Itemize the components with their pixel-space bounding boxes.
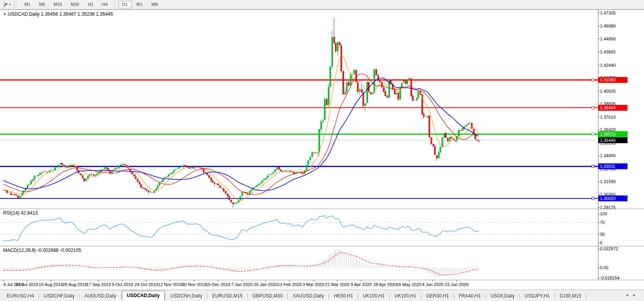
svg-text:12 Nov 2019: 12 Nov 2019 [158,282,182,287]
svg-text:4 Jun 2020: 4 Jun 2020 [422,282,443,287]
svg-text:21 Mar 2020: 21 Mar 2020 [325,282,350,287]
chart-canvas: 1.473051.460801.448901.436651.424401.412… [0,0,644,301]
tab-separator [247,294,248,299]
svg-text:5 Oct 2019: 5 Oct 2019 [112,282,133,287]
svg-text:29 Aug 2019: 29 Aug 2019 [63,282,87,287]
timeframe-button-M1[interactable]: M1 [20,1,34,8]
chart-tab-HK50,H1[interactable]: HK50,H1 [329,292,357,301]
symbol-tabs: EURUSD,H4USDCHF,DailyAUDUSD,DailyUSDCAD,… [2,291,587,301]
svg-text:1.44890: 1.44890 [600,37,616,41]
svg-text:30: 30 [600,232,605,237]
level-anchor-marker[interactable] [592,106,594,109]
svg-text:1.38464: 1.38464 [600,105,616,110]
svg-text:9 Apr 2020: 9 Apr 2020 [351,282,372,287]
rsi-panel: 10070300 [0,211,607,245]
chart-tab-XAUUSD,Daily[interactable]: XAUUSD,Daily [288,292,328,301]
symbol-tab-bar: EURUSD,H4USDCHF,DailyAUDUSD,DailyUSDCAD,… [0,290,644,301]
chart-tab-USDJPY,H1[interactable]: USDJPY,H1 [520,292,554,301]
chart-tab-AUDUSD,Daily[interactable]: AUDUSD,Daily [80,292,121,301]
chart-tab-USDCNH,Daily[interactable]: USDCNH,Daily [166,292,206,301]
svg-text:100: 100 [600,211,607,216]
timeframe-button-M5[interactable]: M5 [35,1,49,8]
chart-tab-EURUSD,M15[interactable]: EURUSD,M15 [208,292,247,301]
svg-text:0.032972: 0.032972 [600,246,618,251]
tab-separator [121,294,121,299]
horizontal-level-lines[interactable] [0,79,598,199]
svg-text:16 May 2020: 16 May 2020 [396,282,421,287]
tabs-scroll-right-icon[interactable]: ► [633,293,640,297]
level-anchor-marker[interactable] [592,197,594,200]
date-axis: 4 Jul 201923 Jul 201910 Aug 201929 Aug 2… [3,280,469,287]
chart-tab-USOil,Daily[interactable]: USOil,Daily [486,292,519,301]
tab-separator [586,294,586,299]
tab-separator [358,294,358,299]
tab-separator [207,294,207,299]
svg-text:1.42440: 1.42440 [600,63,616,68]
level-anchor-marker[interactable] [592,133,594,135]
svg-text:30 Nov 2019: 30 Nov 2019 [182,282,206,287]
svg-text:1.40025: 1.40025 [600,89,616,94]
chart-tab-GBPUSD,M30[interactable]: GBPUSD,M30 [248,292,287,301]
timeframe-button-MN[interactable]: MN [147,1,162,8]
tab-scroll-arrows: ◄► [625,293,640,297]
timeframe-button-H4[interactable]: H4 [98,1,111,8]
level-anchor-marker[interactable] [592,79,594,81]
cursor-tool-caret[interactable]: ▾ [9,3,11,6]
svg-text:23 Jun 2020: 23 Jun 2020 [445,282,469,287]
svg-text:1.30020: 1.30020 [600,196,616,201]
chart-tab-EURUSD,H4[interactable]: EURUSD,H4 [2,292,38,301]
svg-text:1.34005: 1.34005 [600,153,616,158]
svg-text:1.47305: 1.47305 [600,11,616,15]
application-window: 1.473051.460801.448901.436651.424401.412… [0,0,644,301]
tab-separator [486,294,486,299]
toolbar-drag-handle[interactable] [14,2,17,7]
chart-tab-UK100,H1[interactable]: UK100,H1 [390,292,420,301]
timeframe-buttons: M1M5M15M30H1H4D1W1MN [20,1,162,8]
svg-text:1.31590: 1.31590 [600,179,616,184]
level-anchor-marker[interactable] [592,165,594,167]
moving-averages [3,55,479,201]
svg-text:1.35445: 1.35445 [600,138,616,143]
timeframe-button-H1[interactable]: H1 [84,1,97,8]
chart-tab-GER30,H1[interactable]: GER30,H1 [422,292,453,301]
timeframe-button-D1[interactable]: D1 [118,1,132,8]
toolbar-separator [115,2,115,7]
tab-separator [287,294,288,299]
timeframe-button-M15[interactable]: M15 [50,1,66,8]
tab-separator [389,294,390,299]
chart-tab-USDCAD,Daily[interactable]: USDCAD,Daily [122,291,165,301]
cursor-tool-icon[interactable] [2,1,9,8]
svg-text:1.43665: 1.43665 [600,50,616,54]
tab-separator [39,294,39,299]
tab-separator [519,294,520,299]
timeframe-button-M30[interactable]: M30 [67,1,83,8]
svg-text:-0.018154: -0.018154 [600,275,620,280]
chart-title-caret[interactable]: ▼ [3,13,6,16]
svg-text:70: 70 [600,220,605,225]
tab-separator [421,294,421,299]
svg-text:1.33011: 1.33011 [600,164,615,169]
tab-separator [165,294,166,299]
tabs-scroll-left-icon[interactable]: ◄ [625,293,633,297]
panel-borders [0,9,644,290]
svg-text:1.37610: 1.37610 [600,115,616,119]
chart-tab-USDCHF,Daily[interactable]: USDCHF,Daily [39,292,79,301]
chart-title: ▼USDCAD,Daily 1.35456 1.35487 1.35236 1.… [3,11,113,17]
svg-text:0: 0 [600,240,602,245]
tab-separator [454,294,454,299]
candles [3,18,480,207]
svg-text:23 Jul 2019: 23 Jul 2019 [16,282,38,287]
chart-tab-DJ30,M15[interactable]: DJ30,M15 [556,292,586,301]
svg-text:24 Oct 2019: 24 Oct 2019 [134,282,158,287]
chart-title-text: USDCAD,Daily 1.35456 1.35487 1.35236 1.3… [8,11,113,17]
svg-text:7 Jan 2020: 7 Jan 2020 [231,282,252,287]
svg-text:13 Feb 2020: 13 Feb 2020 [278,282,302,287]
moving-average-8 [3,55,479,201]
timeframe-button-W1[interactable]: W1 [132,1,147,8]
svg-text:1.41060: 1.41060 [600,77,616,82]
svg-text:0.00: 0.00 [600,265,608,270]
chart-tab-UK100,H1[interactable]: UK100,H1 [359,292,389,301]
svg-text:1.29175: 1.29175 [600,205,616,210]
svg-text:17 Sep 2019: 17 Sep 2019 [86,282,111,287]
chart-tab-FRA40,H1[interactable]: FRA40,H1 [454,292,485,301]
